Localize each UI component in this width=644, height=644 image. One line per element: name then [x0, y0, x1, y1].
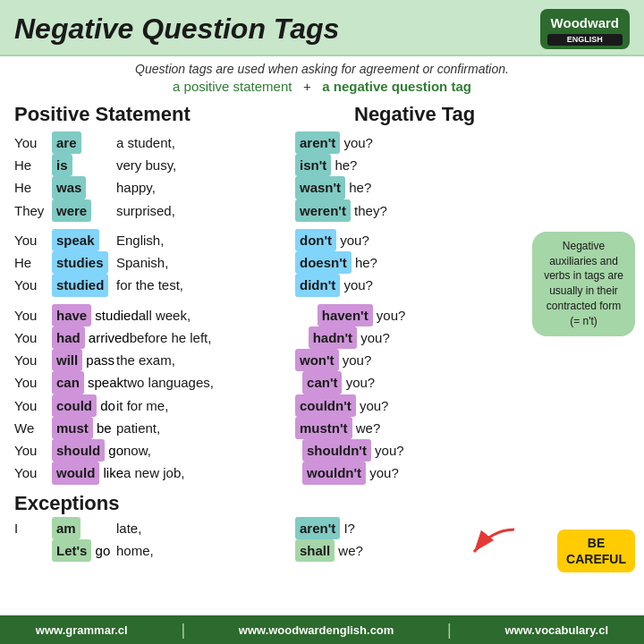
- table-row: You could do it for me, couldn't you?: [14, 394, 630, 417]
- table-row: He is very busy, isn't he?: [14, 154, 630, 176]
- tag-cell: won't you?: [295, 349, 371, 371]
- verb-highlight: could: [52, 394, 97, 417]
- table-row: You will pass the exam, won't you?: [14, 349, 630, 371]
- verb-cell: are: [52, 131, 116, 154]
- tag-highlight: hadn't: [309, 326, 357, 349]
- tag-highlight: aren't: [295, 131, 340, 154]
- columns-header: Positive Statement Negative Tag: [14, 103, 630, 126]
- subject: You: [14, 327, 52, 348]
- rest-text: a student,: [116, 132, 295, 153]
- tag-highlight: won't: [295, 349, 339, 371]
- footer-link-woodward[interactable]: www.woodwardenglish.com: [239, 623, 394, 637]
- rest-text: home,: [116, 540, 295, 561]
- verb-highlight: speak: [52, 229, 99, 251]
- verb-highlight: have: [52, 304, 91, 326]
- footer-link-vocabulary[interactable]: www.vocabulary.cl: [504, 623, 608, 637]
- rest-text: English,: [116, 230, 295, 250]
- verb-highlight: Let's: [52, 539, 91, 562]
- logo-line1: Woodward: [547, 14, 623, 32]
- verb-highlight: had: [52, 326, 85, 349]
- tag-highlight: shouldn't: [302, 439, 371, 462]
- tag-cell: aren't you?: [295, 131, 373, 154]
- verb-cell: must be: [52, 417, 116, 439]
- table-row: You can speak two languages, can't you?: [14, 371, 630, 394]
- tag-cell: weren't they?: [295, 199, 387, 222]
- footer-divider: |: [181, 621, 185, 640]
- subtitle-line2: a positive statement + a negative questi…: [14, 79, 630, 94]
- verb-highlight: studied: [52, 274, 108, 296]
- main-content: Positive Statement Negative Tag You are …: [0, 97, 644, 615]
- tag-highlight: didn't: [295, 274, 340, 296]
- verb-highlight: can: [52, 371, 84, 394]
- verb-cell: would like: [52, 462, 123, 484]
- subject: You: [14, 305, 52, 326]
- table-row: You would like a new job, wouldn't you?: [14, 462, 630, 484]
- tag-highlight: mustn't: [295, 417, 352, 439]
- table-row: You are a student, aren't you?: [14, 131, 630, 154]
- verb-cell: was: [52, 176, 116, 199]
- tag-highlight: aren't: [295, 517, 340, 539]
- verb-cell: is: [52, 154, 116, 176]
- rest-text: Spanish,: [116, 252, 295, 273]
- rest-text: surprised,: [116, 200, 295, 221]
- rest-text: a new job,: [123, 462, 302, 483]
- rest-text: before he left,: [130, 327, 309, 348]
- table-row: We must be patient, mustn't we?: [14, 417, 630, 439]
- verb-highlight: are: [52, 131, 81, 154]
- subject: He: [14, 177, 52, 198]
- tag-highlight: isn't: [295, 154, 331, 176]
- rest-text: happy,: [116, 177, 295, 198]
- verb-highlight: studies: [52, 251, 108, 274]
- col-header-negative: Negative Tag: [354, 103, 630, 126]
- tag-cell: don't you?: [295, 229, 369, 251]
- tag-cell: couldn't you?: [295, 394, 388, 417]
- verb-highlight: should: [52, 439, 105, 462]
- verb-cell: could do: [52, 394, 116, 417]
- verb-cell: have studied: [52, 304, 139, 326]
- rest-text: patient,: [116, 418, 295, 438]
- tag-highlight: don't: [295, 229, 336, 251]
- tag-highlight: weren't: [295, 199, 351, 222]
- tag-cell: aren't I?: [295, 517, 355, 539]
- verb-cell: Let's go: [52, 539, 116, 562]
- verb-cell: speak: [52, 229, 116, 251]
- footer: www.grammar.cl | www.woodwardenglish.com…: [0, 615, 644, 644]
- rest-text: all week,: [139, 305, 318, 326]
- subject: You: [14, 462, 52, 483]
- tag-cell: mustn't we?: [295, 417, 380, 439]
- verb-cell: studied: [52, 274, 116, 296]
- tag-cell: shall we?: [295, 539, 363, 562]
- subject: You: [14, 132, 52, 153]
- tag-highlight: doesn't: [295, 251, 352, 274]
- verb-highlight: would: [52, 462, 99, 484]
- exceptions-header: Exceptions: [14, 492, 630, 515]
- subtitle-plus: +: [303, 79, 311, 94]
- verb-cell: will pass: [52, 349, 116, 371]
- rest-text: it for me,: [116, 395, 295, 416]
- subtitle-area: Question tags are used when asking for a…: [0, 56, 644, 97]
- verb-cell: am: [52, 517, 116, 539]
- arrow-icon: [465, 525, 519, 566]
- footer-link-grammar[interactable]: www.grammar.cl: [36, 623, 128, 637]
- exceptions-section: Exceptions I am late, aren't I? Let's go…: [14, 492, 630, 563]
- rest-text: late,: [116, 518, 295, 538]
- tag-cell: haven't you?: [318, 304, 406, 326]
- be-careful-box: BE CAREFUL: [557, 530, 635, 572]
- verb-highlight: must: [52, 417, 93, 439]
- table-row: You should go now, shouldn't you?: [14, 439, 630, 462]
- table-row: Let's go home, shall we?: [14, 539, 630, 562]
- tag-cell: shouldn't you?: [302, 439, 404, 462]
- subject: He: [14, 155, 52, 175]
- tag-highlight: wasn't: [295, 176, 345, 199]
- verb-highlight: is: [52, 154, 72, 176]
- rest-text: very busy,: [116, 155, 295, 175]
- subject: They: [14, 200, 52, 221]
- tag-cell: didn't you?: [295, 274, 373, 296]
- verb-cell: studies: [52, 251, 116, 274]
- table-row: I am late, aren't I?: [14, 517, 630, 539]
- page-container: Negative Question Tags Woodward ENGLISH …: [0, 0, 644, 644]
- rest-text: two languages,: [123, 372, 302, 393]
- subject: You: [14, 440, 52, 461]
- tag-highlight: haven't: [318, 304, 373, 326]
- subject: You: [14, 275, 52, 295]
